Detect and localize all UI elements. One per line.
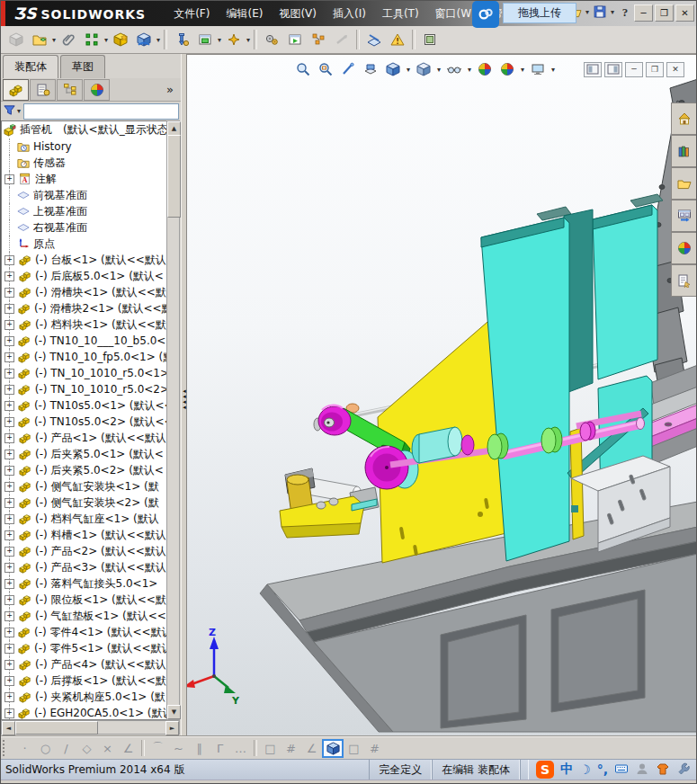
model-upper-pulley[interactable] — [314, 405, 351, 435]
propertymanager-tab[interactable] — [30, 79, 56, 101]
tree-item[interactable]: +(-) 产品<1> (默认<<默认 — [2, 430, 166, 446]
expander-icon[interactable]: + — [4, 352, 14, 362]
configurationmanager-tab[interactable] — [57, 79, 83, 101]
section-view-icon[interactable] — [361, 59, 380, 79]
expander-icon[interactable]: + — [4, 385, 14, 395]
assembly-visualization-icon[interactable] — [193, 28, 217, 51]
view-settings-icon[interactable] — [528, 59, 548, 79]
skin-icon[interactable] — [656, 762, 670, 779]
tree-item[interactable]: +(-) 落料气缸接头5.0<1> — [2, 575, 166, 592]
tree-item[interactable]: +(-) 料槽<1> (默认<<默认 — [2, 527, 166, 543]
menu-4[interactable]: 工具(T) — [374, 3, 427, 25]
tree-item[interactable]: +(-) 夹紧机构座5.0<1> (默 — [2, 689, 166, 705]
edit-appearance-icon[interactable] — [475, 59, 495, 79]
model-clamp-base[interactable] — [280, 468, 377, 538]
tree-item[interactable]: +(-) 后夹紧5.0<2> (默认< — [2, 462, 166, 478]
tab-装配体[interactable]: 装配体 — [3, 55, 58, 79]
expander-icon[interactable]: + — [4, 304, 14, 314]
polygon-icon[interactable]: ◇ — [76, 739, 97, 757]
tree-item[interactable]: +(-) 零件4<1> (默认<<默认 — [2, 624, 166, 640]
assembly-visualization-caret[interactable]: ▾ — [218, 36, 221, 44]
graphics-area[interactable]: Z X Y ▾▾▾▾▾─❐✕ — [187, 54, 697, 736]
help-icon[interactable]: ? — [617, 4, 633, 20]
expander-icon[interactable]: + — [4, 401, 14, 411]
trim-icon[interactable]: × — [97, 739, 118, 757]
tab-草图[interactable]: 草图 — [60, 55, 105, 78]
scroll-down-button[interactable]: ▼ — [167, 705, 181, 719]
tree-item[interactable]: +(-) 气缸垫板<1> (默认<< — [2, 608, 166, 624]
expander-icon[interactable]: + — [4, 433, 14, 443]
table-icon[interactable]: # — [364, 739, 385, 757]
view-orientation-caret[interactable]: ▾ — [407, 66, 410, 74]
tree-vertical-scrollbar[interactable]: ▲ ▼ — [166, 120, 180, 720]
motion-study-icon[interactable] — [283, 28, 307, 51]
tree-item[interactable]: +(-) 滑槽块<1> (默认<<默 — [2, 284, 166, 300]
close-button[interactable]: ✕ — [675, 4, 694, 22]
view-orientation-icon[interactable] — [383, 59, 403, 79]
spline-icon[interactable]: ~ — [168, 739, 189, 757]
zoom-area-icon[interactable] — [316, 59, 335, 79]
reference-geometry-caret[interactable]: ▾ — [246, 36, 250, 44]
expander-icon[interactable]: + — [4, 563, 14, 573]
tree-item[interactable]: +(-) 侧气缸安装块<2> (默 — [2, 494, 166, 511]
zoom-selection-icon[interactable] — [338, 59, 358, 79]
save-doc-icon-caret[interactable]: ▾ — [611, 8, 614, 16]
chinese-mode[interactable]: 中 — [560, 762, 573, 778]
tree-item[interactable]: +(-) 档料气缸座<1> (默认 — [2, 511, 166, 527]
tree-item[interactable]: +(-) 侧气缸安装块<1> (默 — [2, 478, 166, 494]
move-component-icon[interactable] — [132, 28, 156, 51]
pane-left-button[interactable] — [584, 62, 602, 77]
chamfer-icon[interactable]: ∠ — [118, 739, 139, 757]
display-style-caret[interactable]: ▾ — [437, 66, 441, 74]
capture-frame-icon[interactable] — [418, 28, 442, 51]
custom-properties-tab[interactable] — [671, 264, 697, 297]
expander-icon[interactable]: + — [4, 547, 14, 557]
view-settings-caret[interactable]: ▾ — [551, 66, 555, 74]
tree-item[interactable]: +(-) 滑槽块2<1> (默认<<默 — [2, 300, 166, 316]
menu-2[interactable]: 视图(V) — [271, 3, 325, 25]
smart-fasteners-icon[interactable] — [170, 28, 193, 51]
expander-icon[interactable]: + — [4, 450, 14, 459]
tree-item[interactable]: +(-) 限位板<1> (默认<<默 — [2, 592, 166, 608]
tree-item[interactable]: +(-) TN_10_1010_r5.0<1> — [2, 365, 166, 381]
tree-filter-input[interactable] — [23, 103, 179, 120]
expander-icon[interactable]: + — [4, 482, 14, 492]
exploded-view-icon[interactable] — [307, 28, 330, 51]
save-doc-icon[interactable] — [592, 4, 608, 20]
expander-icon[interactable]: + — [4, 466, 14, 476]
expander-icon[interactable]: + — [4, 611, 14, 621]
tree-item[interactable]: +(-) 后夹紧5.0<1> (默认< — [2, 446, 166, 462]
menu-3[interactable]: 插入(I) — [325, 3, 374, 25]
tree-item[interactable]: +(-) 产品<4> (默认<<默认 — [2, 656, 166, 673]
design-library-tab[interactable] — [671, 135, 697, 167]
featuremanager-tab[interactable] — [3, 79, 29, 101]
drag-upload-tooltip[interactable]: 拖拽上传 — [503, 3, 576, 23]
tree-item[interactable]: +(-) 产品<2> (默认<<默认 — [2, 543, 166, 559]
tree-item[interactable]: +A注解 — [2, 171, 166, 187]
expander-icon[interactable]: + — [4, 272, 14, 281]
circle-icon[interactable]: ○ — [35, 739, 56, 757]
construction-line-icon[interactable]: … — [230, 739, 251, 757]
expander-icon[interactable]: + — [4, 498, 14, 508]
insert-component-icon[interactable] — [28, 28, 51, 51]
appearances-tab[interactable] — [671, 232, 697, 264]
split-view-icon[interactable]: □ — [344, 739, 364, 757]
insert-component-caret[interactable]: ▾ — [52, 36, 56, 44]
menu-1[interactable]: 编辑(E) — [218, 3, 271, 25]
tree-item[interactable]: 上视基准面 — [2, 203, 166, 219]
tree-item[interactable]: 前视基准面 — [2, 187, 166, 203]
expander-icon[interactable]: + — [4, 174, 14, 184]
filter-funnel-icon[interactable] — [3, 103, 16, 120]
minimize-button[interactable]: ─ — [634, 4, 653, 22]
expander-icon[interactable]: + — [4, 676, 14, 686]
interference-detection-icon[interactable]: ! — [386, 28, 409, 51]
hide-show-items-caret[interactable]: ▾ — [468, 66, 471, 74]
sogou-logo[interactable]: S — [536, 761, 554, 779]
move-component-caret[interactable]: ▾ — [156, 36, 160, 44]
hide-show-items-icon[interactable] — [444, 59, 464, 79]
panel-splitter[interactable]: ◂◂◂◂ — [181, 54, 187, 736]
doc-minimize-button[interactable]: ─ — [625, 62, 643, 77]
tree-item[interactable]: +(-) TN10_10_fp5.0<1> (默 — [2, 349, 166, 365]
tree-item[interactable]: +(-) 后底板5.0<1> (默认< — [2, 268, 166, 284]
angle-icon[interactable]: ∠ — [301, 739, 322, 757]
